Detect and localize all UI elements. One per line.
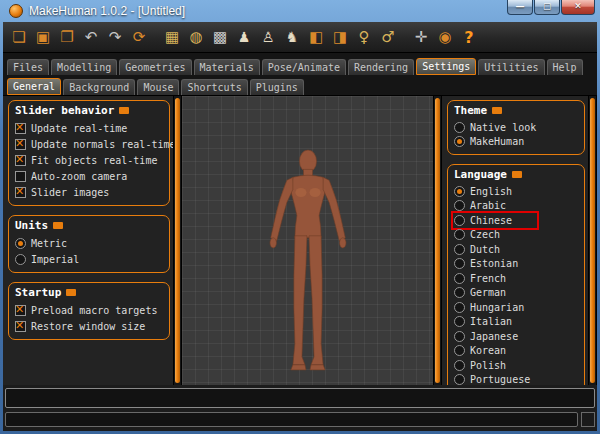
tab-geometries[interactable]: Geometries bbox=[119, 59, 191, 75]
radio-button[interactable] bbox=[454, 258, 465, 269]
checkbox[interactable] bbox=[15, 123, 26, 134]
skeleton-icon[interactable]: ♟ bbox=[232, 25, 256, 49]
radio-row-italian[interactable]: Italian bbox=[454, 315, 580, 330]
radio-row-japanese[interactable]: Japanese bbox=[454, 329, 580, 344]
checkbox-row-preload-macro[interactable]: Preload macro targets bbox=[15, 302, 165, 318]
group-title: Startup bbox=[15, 286, 165, 299]
radio-row-dutch[interactable]: Dutch bbox=[454, 242, 580, 257]
checkbox[interactable] bbox=[15, 305, 26, 316]
radio-label: Metric bbox=[31, 238, 67, 249]
tab-pose-animate[interactable]: Pose/Animate bbox=[262, 59, 346, 75]
checkbox[interactable] bbox=[15, 171, 26, 182]
viewport-right-scrollbar[interactable] bbox=[433, 96, 442, 385]
measure-icon[interactable]: ✛ bbox=[409, 25, 433, 49]
radio-row-hungarian[interactable]: Hungarian bbox=[454, 300, 580, 315]
scrollbar-thumb[interactable] bbox=[435, 98, 440, 383]
radio-button[interactable] bbox=[454, 345, 465, 356]
viewport-3d[interactable] bbox=[182, 96, 433, 385]
radio-row-metric[interactable]: Metric bbox=[15, 235, 165, 251]
symmetry-left-icon[interactable]: ◧ bbox=[304, 25, 328, 49]
radio-row-korean[interactable]: Korean bbox=[454, 344, 580, 359]
scrollbar-thumb[interactable] bbox=[175, 98, 180, 383]
checkbox[interactable] bbox=[15, 155, 26, 166]
radio-button[interactable] bbox=[15, 238, 26, 249]
radio-row-czech[interactable]: Czech bbox=[454, 228, 580, 243]
minimize-button[interactable]: — bbox=[507, 0, 533, 15]
checkbox[interactable] bbox=[15, 187, 26, 198]
radio-button[interactable] bbox=[454, 331, 465, 342]
radio-button[interactable] bbox=[454, 215, 465, 226]
radio-row-makehuman[interactable]: MakeHuman bbox=[454, 135, 580, 150]
left-panel-scrollbar[interactable] bbox=[173, 96, 182, 385]
radio-button[interactable] bbox=[454, 302, 465, 313]
checkbox-row-update-normals[interactable]: Update normals real-time bbox=[15, 136, 165, 152]
radio-row-native-look[interactable]: Native look bbox=[454, 120, 580, 135]
subtab-background[interactable]: Background bbox=[63, 79, 135, 95]
subtab-shortcuts[interactable]: Shortcuts bbox=[181, 79, 247, 95]
radio-label: Imperial bbox=[31, 254, 79, 265]
transparency-icon[interactable]: ▩ bbox=[208, 25, 232, 49]
checkbox-row-auto-zoom[interactable]: Auto-zoom camera bbox=[15, 168, 165, 184]
help-icon[interactable]: ? bbox=[457, 25, 481, 49]
tab-rendering[interactable]: Rendering bbox=[348, 59, 414, 75]
tab-utilities[interactable]: Utilities bbox=[478, 59, 544, 75]
radio-button[interactable] bbox=[454, 186, 465, 197]
radio-row-french[interactable]: French bbox=[454, 271, 580, 286]
radio-row-portuguese[interactable]: Portuguese bbox=[454, 373, 580, 386]
radio-button[interactable] bbox=[454, 229, 465, 240]
radio-button[interactable] bbox=[454, 273, 465, 284]
male-figure-icon[interactable]: ♂ bbox=[376, 25, 400, 49]
reload-icon[interactable]: ⟳ bbox=[127, 25, 151, 49]
smooth-mesh-icon[interactable]: ◍ bbox=[184, 25, 208, 49]
grab-screenshot-icon[interactable]: ◉ bbox=[433, 25, 457, 49]
tab-settings[interactable]: Settings bbox=[416, 58, 476, 75]
radio-row-polish[interactable]: Polish bbox=[454, 358, 580, 373]
radio-button[interactable] bbox=[454, 200, 465, 211]
checkbox-row-slider-images[interactable]: Slider images bbox=[15, 184, 165, 200]
radio-button[interactable] bbox=[454, 136, 465, 147]
radio-button[interactable] bbox=[454, 374, 465, 385]
tab-files[interactable]: Files bbox=[7, 59, 49, 75]
radio-button[interactable] bbox=[454, 287, 465, 298]
title-bar[interactable]: MakeHuman 1.0.2 - [Untitled] — ▢ ✕ bbox=[3, 0, 597, 22]
radio-row-chinese[interactable]: Chinese bbox=[454, 213, 580, 228]
radio-label: Chinese bbox=[470, 215, 512, 226]
radio-row-arabic[interactable]: Arabic bbox=[454, 199, 580, 214]
right-panel-scrollbar[interactable] bbox=[588, 96, 597, 385]
symmetry-right-icon[interactable]: ◨ bbox=[328, 25, 352, 49]
maximize-button[interactable]: ▢ bbox=[534, 0, 560, 15]
checkbox-row-restore-window[interactable]: Restore window size bbox=[15, 318, 165, 334]
muscle-icon[interactable]: ♞ bbox=[280, 25, 304, 49]
undo-icon[interactable]: ↶ bbox=[79, 25, 103, 49]
wireframe-icon[interactable]: ▦ bbox=[160, 25, 184, 49]
radio-row-imperial[interactable]: Imperial bbox=[15, 251, 165, 267]
radio-row-german[interactable]: German bbox=[454, 286, 580, 301]
app-body: ❏ ▣ ❐ ↶ ↷ ⟳ ▦ ◍ ▩ ♟ ♙ ♞ ◧ ◨ ♀ ♂ ✛ ◉ ? Fi… bbox=[3, 22, 597, 431]
radio-button[interactable] bbox=[454, 316, 465, 327]
tab-materials[interactable]: Materials bbox=[194, 59, 260, 75]
resize-grip[interactable] bbox=[581, 412, 595, 427]
radio-button[interactable] bbox=[454, 360, 465, 371]
female-figure-icon[interactable]: ♀ bbox=[352, 25, 376, 49]
tab-modelling[interactable]: Modelling bbox=[51, 59, 117, 75]
radio-row-estonian[interactable]: Estonian bbox=[454, 257, 580, 272]
new-file-icon[interactable]: ❏ bbox=[7, 25, 31, 49]
subtab-mouse[interactable]: Mouse bbox=[137, 79, 179, 95]
close-button[interactable]: ✕ bbox=[561, 0, 595, 15]
pose-icon[interactable]: ♙ bbox=[256, 25, 280, 49]
radio-button[interactable] bbox=[454, 244, 465, 255]
checkbox-row-update-realtime[interactable]: Update real-time bbox=[15, 120, 165, 136]
radio-button[interactable] bbox=[15, 254, 26, 265]
scrollbar-thumb[interactable] bbox=[590, 98, 595, 383]
redo-icon[interactable]: ↷ bbox=[103, 25, 127, 49]
load-file-icon[interactable]: ❐ bbox=[55, 25, 79, 49]
radio-button[interactable] bbox=[454, 122, 465, 133]
subtab-general[interactable]: General bbox=[7, 78, 61, 95]
radio-row-english[interactable]: English bbox=[454, 184, 580, 199]
checkbox[interactable] bbox=[15, 321, 26, 332]
checkbox-row-fit-objects[interactable]: Fit objects real-time bbox=[15, 152, 165, 168]
save-file-icon[interactable]: ▣ bbox=[31, 25, 55, 49]
subtab-plugins[interactable]: Plugins bbox=[250, 79, 304, 95]
tab-help[interactable]: Help bbox=[547, 59, 583, 75]
checkbox[interactable] bbox=[15, 139, 26, 150]
